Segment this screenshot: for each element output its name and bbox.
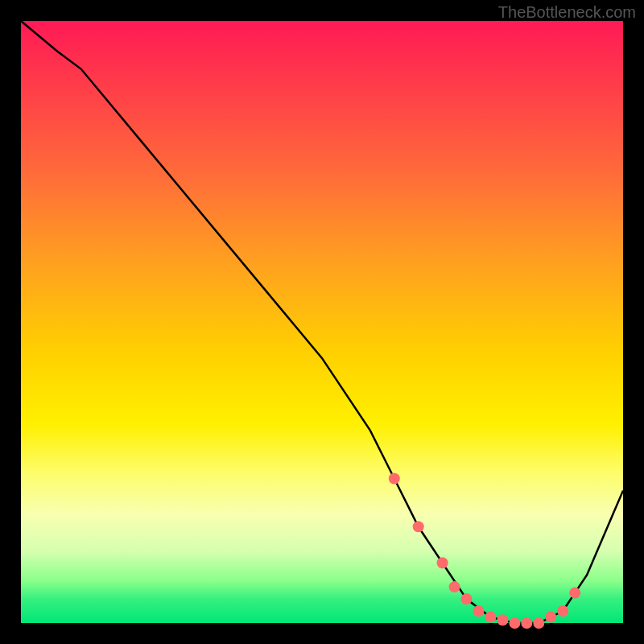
chart-container: TheBottleneck.com bbox=[0, 0, 644, 644]
marker-point bbox=[509, 617, 520, 629]
marker-point bbox=[557, 605, 568, 617]
highlight-markers bbox=[389, 473, 580, 630]
marker-point bbox=[569, 588, 580, 599]
bottleneck-curve bbox=[21, 21, 623, 623]
marker-point bbox=[413, 521, 424, 532]
marker-point bbox=[545, 612, 556, 623]
marker-point bbox=[389, 473, 400, 485]
marker-point bbox=[521, 617, 532, 629]
marker-point bbox=[437, 557, 448, 568]
marker-point bbox=[485, 612, 496, 623]
marker-point bbox=[497, 614, 508, 625]
marker-point bbox=[473, 605, 485, 617]
plot-area bbox=[21, 21, 623, 623]
watermark-text: TheBottleneck.com bbox=[498, 3, 636, 22]
marker-point bbox=[461, 593, 473, 605]
curve-svg bbox=[21, 21, 623, 623]
marker-point bbox=[449, 581, 460, 592]
marker-point bbox=[533, 617, 544, 629]
